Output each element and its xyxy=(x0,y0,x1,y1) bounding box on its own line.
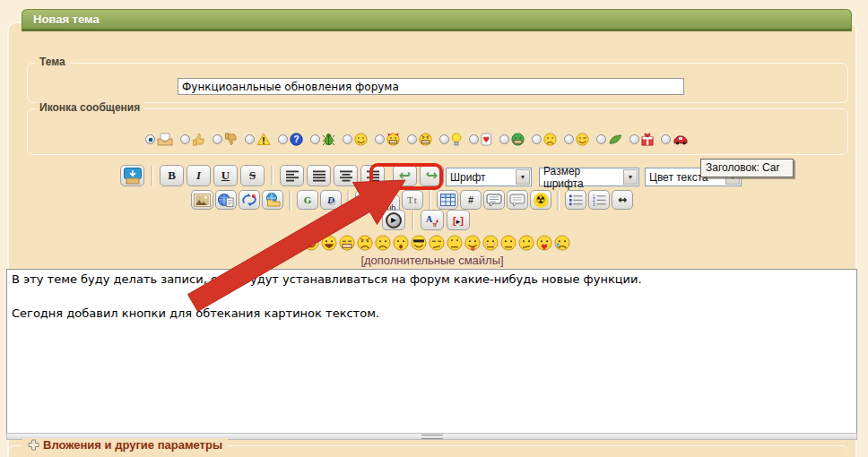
message-icon-option-angry[interactable] xyxy=(407,133,432,146)
message-icon-option-smiley[interactable] xyxy=(343,133,368,146)
toolbar-separator xyxy=(429,191,431,211)
quote-button[interactable] xyxy=(483,190,505,210)
font-select[interactable]: Шрифт ▼ xyxy=(446,168,532,186)
radio-button[interactable] xyxy=(499,134,509,144)
align-left-button[interactable] xyxy=(280,165,304,186)
code-button[interactable]: # xyxy=(460,190,482,210)
smiley-cheesy[interactable] xyxy=(321,235,337,251)
radio-button[interactable] xyxy=(375,134,385,144)
message-icon-option-standard[interactable] xyxy=(145,133,173,146)
message-textarea[interactable]: В эту теме буду делать записи, если буду… xyxy=(6,269,857,434)
message-icon-option-gift[interactable] xyxy=(629,133,654,146)
comment-button[interactable] xyxy=(507,190,528,210)
insert-email-button[interactable] xyxy=(239,190,260,210)
radio-button[interactable] xyxy=(532,134,542,144)
radio-button[interactable] xyxy=(661,134,671,144)
attachments-expander[interactable]: Вложения и другие параметры xyxy=(22,438,228,452)
plus-icon xyxy=(28,439,39,451)
ordered-list-button[interactable]: 123 xyxy=(588,190,610,210)
insert-ftp-button[interactable] xyxy=(262,190,283,210)
chevron-down-icon[interactable]: ▼ xyxy=(623,169,638,185)
message-icon-option-thumbs-up[interactable] xyxy=(180,133,205,146)
smiley-tongue[interactable] xyxy=(464,235,481,251)
radio-button[interactable] xyxy=(310,134,320,144)
insert-link-button[interactable] xyxy=(215,190,237,210)
radio-button[interactable] xyxy=(407,134,417,144)
message-icon-option-car[interactable] xyxy=(661,134,689,145)
more-smilies-link[interactable]: [дополнительные смайлы] xyxy=(7,254,857,267)
table-button[interactable] xyxy=(437,190,458,210)
shadow-button[interactable]: D xyxy=(320,190,342,210)
italic-button[interactable]: I xyxy=(187,165,211,186)
topic-input[interactable] xyxy=(178,78,684,95)
mr-green-icon xyxy=(511,133,525,146)
smiley-embarrassed[interactable] xyxy=(482,235,499,251)
message-icon-option-leaf[interactable] xyxy=(596,134,622,145)
bold-button[interactable]: B xyxy=(160,165,184,186)
smiley-kiss[interactable]: ♥ xyxy=(536,235,552,251)
radio-button[interactable] xyxy=(145,134,155,144)
cursor-select-button[interactable]: [▸] xyxy=(447,210,470,230)
translit-button[interactable]: Aa xyxy=(421,210,444,230)
message-icon-option-question[interactable]: ? xyxy=(278,133,303,146)
message-icon-option-poker[interactable]: ♥ xyxy=(469,133,492,146)
insert-image-button[interactable] xyxy=(191,190,213,210)
radio-button[interactable] xyxy=(439,134,449,144)
teletype-button[interactable]: Tt xyxy=(402,190,423,210)
radio-button[interactable] xyxy=(245,134,255,144)
strike-button[interactable]: S xyxy=(240,165,265,186)
smiley-cry[interactable] xyxy=(554,235,570,251)
message-icon-option-idea[interactable] xyxy=(439,133,462,146)
car-icon xyxy=(673,134,689,145)
spoiler-button[interactable]: ☢ xyxy=(530,190,551,210)
insert-image-box-button[interactable] xyxy=(120,165,144,186)
smiley-huh[interactable] xyxy=(429,235,445,251)
message-icon-options: ?♥ xyxy=(145,133,696,146)
chevron-down-icon[interactable]: ▼ xyxy=(516,169,530,185)
smiley-sad[interactable] xyxy=(375,235,391,251)
message-icon-option-sad[interactable] xyxy=(532,133,557,146)
radio-button[interactable] xyxy=(469,134,479,144)
smiley-shocked[interactable] xyxy=(393,235,409,251)
message-icon-option-wink[interactable] xyxy=(564,133,589,146)
float-image-left-button[interactable]: ↩ xyxy=(393,165,417,186)
smiley-lips-sealed[interactable] xyxy=(500,235,516,251)
bug-icon xyxy=(322,133,335,146)
editor-toolbar-row3: ▶Aa[▸] xyxy=(382,210,470,231)
message-icon-option-evil-grin[interactable] xyxy=(375,133,400,146)
gift-icon xyxy=(641,133,654,146)
align-right-button[interactable] xyxy=(360,165,385,186)
align-justify-button[interactable] xyxy=(307,165,331,186)
message-icon-option-thumbs-down[interactable] xyxy=(213,133,238,146)
smiley-rolleyes[interactable] xyxy=(447,235,463,251)
smiley-cool[interactable] xyxy=(411,235,427,251)
radio-button[interactable] xyxy=(343,134,352,144)
superscript-button-label: sup xyxy=(360,192,373,201)
smiley-undecided[interactable] xyxy=(518,235,534,251)
float-image-right-button[interactable]: ↪ xyxy=(420,165,444,186)
font-size-select[interactable]: Размер шрифта ▼ xyxy=(539,168,639,186)
radio-button[interactable] xyxy=(596,134,606,144)
radio-button[interactable] xyxy=(564,134,574,144)
message-icon-option-exclamation[interactable] xyxy=(245,133,271,146)
smiley-wink[interactable] xyxy=(303,235,319,251)
unordered-list-button[interactable] xyxy=(565,190,586,210)
underline-button[interactable]: U xyxy=(213,165,238,186)
message-icon-option-bug[interactable] xyxy=(310,133,335,146)
align-center-button[interactable] xyxy=(334,165,358,186)
radio-button[interactable] xyxy=(278,134,288,144)
glow-button[interactable]: G xyxy=(297,190,318,210)
smiley-angry[interactable] xyxy=(357,235,373,251)
smiley-icon xyxy=(354,133,368,146)
smiley-smiley[interactable] xyxy=(285,235,301,251)
insert-video-button[interactable]: ▶ xyxy=(382,210,405,230)
radio-button[interactable] xyxy=(629,134,639,144)
message-icon-legend: Иконка сообщения xyxy=(35,101,144,114)
svg-text:a: a xyxy=(433,221,437,227)
horizontal-rule-button[interactable]: ↔ xyxy=(612,190,633,210)
message-icon-option-mr-green[interactable] xyxy=(499,133,525,146)
superscript-button[interactable]: sup xyxy=(355,190,377,210)
smiley-grin[interactable] xyxy=(339,235,355,251)
radio-button[interactable] xyxy=(180,134,190,144)
radio-button[interactable] xyxy=(213,134,222,144)
